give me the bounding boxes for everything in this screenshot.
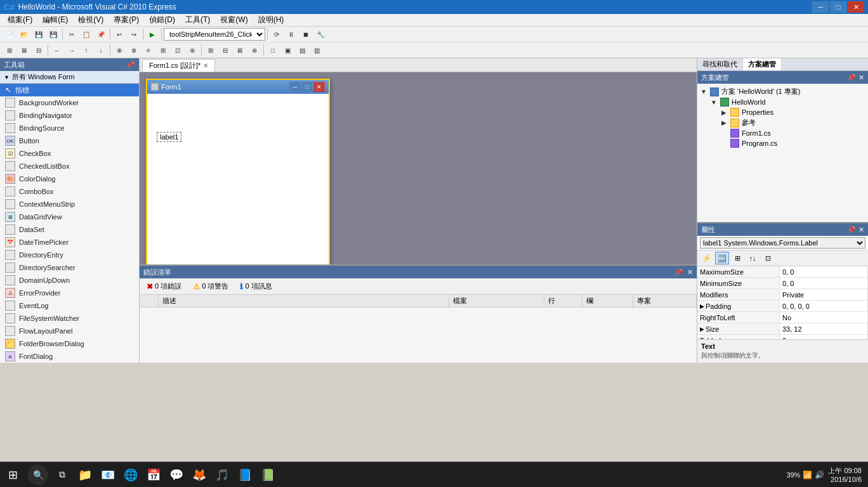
tree-project[interactable]: ▼ HelloWorld xyxy=(697,97,868,107)
props-pin[interactable]: 📌 xyxy=(847,226,856,234)
toolbox-item-button[interactable]: OK Button xyxy=(0,134,139,147)
toolbox-item-datetimepicker[interactable]: 📅 DateTimePicker xyxy=(0,236,139,249)
props-name-padding[interactable]: ▶Padding xyxy=(697,301,780,311)
toolbox-item-checkbox[interactable]: ☑ CheckBox xyxy=(0,147,139,160)
props-value-minsize[interactable]: 0, 0 xyxy=(780,278,868,289)
tb-r20[interactable]: ▤ xyxy=(295,43,309,57)
design-surface[interactable]: Form1 ─ □ ✕ label1 xyxy=(140,72,697,264)
toolbox-item-folderbrowser[interactable]: 📁 FolderBrowserDialog xyxy=(0,337,139,350)
error-col-line[interactable]: 行 xyxy=(544,295,582,307)
menu-view[interactable]: 檢視(V) xyxy=(73,14,109,27)
tree-expand-refs[interactable]: ▶ xyxy=(720,119,728,127)
toolbox-item-bindsrc[interactable]: BindingSource xyxy=(0,122,139,134)
toolbox-item-flowlayout[interactable]: FlowLayoutPanel xyxy=(0,325,139,337)
menu-help[interactable]: 說明(H) xyxy=(253,14,289,27)
form-label1[interactable]: label1 xyxy=(157,132,181,142)
tb-r9[interactable]: ⊗ xyxy=(127,43,141,57)
tb-open[interactable]: 📂 xyxy=(17,27,31,41)
error-col-file[interactable]: 檔案 xyxy=(449,295,544,307)
tb-r4[interactable]: ← xyxy=(50,43,64,57)
toolbox-item-checkedlistbox[interactable]: CheckedListBox xyxy=(0,160,139,172)
taskbar-search[interactable]: 🔍 xyxy=(28,465,48,485)
toolbox-item-eventlog[interactable]: EventLog xyxy=(0,299,139,312)
menu-edit[interactable]: 編輯(E) xyxy=(37,14,73,27)
menu-debug[interactable]: 偵錯(D) xyxy=(144,14,180,27)
toolbox-item-pointer[interactable]: ↖ 指標 xyxy=(0,84,139,96)
error-col-project[interactable]: 專案 xyxy=(633,295,697,307)
tb-paste[interactable]: 📌 xyxy=(94,27,108,41)
menu-project[interactable]: 專案(P) xyxy=(109,14,144,27)
taskbar-clock[interactable]: 上午 09:08 2016/10/6 xyxy=(828,466,862,483)
close-button[interactable]: ✕ xyxy=(848,1,864,13)
taskbar-icon-calendar[interactable]: 📅 xyxy=(142,464,165,486)
taskbar-icon-excel[interactable]: 📗 xyxy=(256,464,279,486)
tree-expand-solution[interactable]: ▼ xyxy=(700,88,707,96)
taskbar-icon-word[interactable]: 📘 xyxy=(233,464,256,486)
props-name-size[interactable]: ▶Size xyxy=(697,323,780,334)
error-panel-pin[interactable]: 📌 xyxy=(674,268,683,276)
props-tb-props[interactable]: 🔤 xyxy=(715,252,729,264)
props-value-padding[interactable]: 0, 0, 0, 0 xyxy=(780,301,868,311)
solution-close[interactable]: ✕ xyxy=(858,74,864,82)
props-value-modifiers[interactable]: Private xyxy=(780,289,868,300)
form-minimize[interactable]: ─ xyxy=(289,82,301,92)
props-tb-pages[interactable]: ⊡ xyxy=(761,252,775,264)
taskbar-icon-chat[interactable]: 💬 xyxy=(165,464,188,486)
tb-debug1[interactable]: ⟳ xyxy=(270,27,284,41)
tb-r12[interactable]: ⊡ xyxy=(171,43,185,57)
tb-r2[interactable]: ⊠ xyxy=(17,43,31,57)
tree-solution[interactable]: ▼ 方案 'HelloWorld' (1 專案) xyxy=(697,86,868,97)
tb-r18[interactable]: □ xyxy=(266,43,280,57)
tree-expand-props[interactable]: ▶ xyxy=(720,108,728,116)
toolbox-item-filesystemwatcher[interactable]: FileSystemWatcher xyxy=(0,312,139,325)
error-col-desc[interactable]: 描述 xyxy=(159,295,449,307)
tb-r6[interactable]: ↑ xyxy=(79,43,93,57)
toolbox-scroll[interactable]: ↖ 指標 BackgroundWorker BindingNavigator B… xyxy=(0,84,139,363)
tb-save[interactable]: 💾 xyxy=(32,27,46,41)
tb-undo[interactable]: ↩ xyxy=(112,27,126,41)
tree-expand-project[interactable]: ▼ xyxy=(710,98,718,106)
tb-saveall[interactable]: 💾 xyxy=(46,27,60,41)
maximize-button[interactable]: □ xyxy=(830,1,846,13)
props-tb-events[interactable]: ⚡ xyxy=(700,252,714,264)
toolbox-item-dataset[interactable]: DataSet xyxy=(0,223,139,236)
toolbox-item-fontdialog[interactable]: A FontDialog xyxy=(0,350,139,363)
tb-r8[interactable]: ⊕ xyxy=(112,43,126,57)
taskbar-icon-chrome[interactable]: 🌐 xyxy=(119,464,142,486)
tb-debug4[interactable]: 🔧 xyxy=(313,27,327,41)
taskbar-icon-explorer[interactable]: 📁 xyxy=(74,464,96,486)
tab-solution-explorer[interactable]: 方案總管 xyxy=(743,58,782,70)
error-col-col[interactable]: 欄 xyxy=(582,295,633,307)
tb-r19[interactable]: ▣ xyxy=(280,43,294,57)
menu-file[interactable]: 檔案(F) xyxy=(3,14,37,27)
props-tb-alphabetical[interactable]: ↑↓ xyxy=(746,252,760,264)
solution-pin[interactable]: 📌 xyxy=(847,74,856,82)
tb-run[interactable]: ▶ xyxy=(145,27,159,41)
tb-target-combo[interactable]: toolStripMenuItem26_Click xyxy=(164,28,265,41)
toolbox-item-domainupdown[interactable]: DomainUpDown xyxy=(0,274,139,287)
tree-form1[interactable]: ▶ Form1.cs xyxy=(697,128,868,138)
props-object-select[interactable]: label1 System.Windows.Forms.Label xyxy=(700,237,865,249)
tab-find-replace[interactable]: 尋找和取代 xyxy=(697,58,743,70)
tb-r11[interactable]: ⊞ xyxy=(156,43,170,57)
minimize-button[interactable]: ─ xyxy=(812,1,829,13)
tb-cut[interactable]: ✂ xyxy=(65,27,79,41)
toolbox-item-colordialog[interactable]: 🎨 ColorDialog xyxy=(0,172,139,185)
menu-window[interactable]: 視窗(W) xyxy=(215,14,253,27)
tb-r15[interactable]: ⊟ xyxy=(218,43,232,57)
props-close[interactable]: ✕ xyxy=(858,226,864,234)
tree-properties[interactable]: ▶ Properties xyxy=(697,107,868,117)
toolbox-item-bindnav[interactable]: BindingNavigator xyxy=(0,109,139,122)
tb-r1[interactable]: ⊞ xyxy=(3,43,16,57)
toolbox-subheader[interactable]: ▼ 所有 Windows Form xyxy=(0,71,139,84)
error-panel-close[interactable]: ✕ xyxy=(687,268,693,276)
toolbox-item-bgworker[interactable]: BackgroundWorker xyxy=(0,96,139,109)
tree-references[interactable]: ▶ 參考 xyxy=(697,117,868,128)
tb-r17[interactable]: ⊕ xyxy=(247,43,261,57)
props-value-maxsize[interactable]: 0, 0 xyxy=(780,266,868,277)
toolbox-item-dirsearcher[interactable]: DirectorySearcher xyxy=(0,261,139,274)
toolbox-item-contextmenu[interactable]: ContextMenuStrip xyxy=(0,198,139,211)
tab-close-icon[interactable]: ✕ xyxy=(203,62,208,69)
taskbar-icon-music[interactable]: 🎵 xyxy=(211,464,233,486)
taskbar-icon-firefox[interactable]: 🦊 xyxy=(188,464,211,486)
